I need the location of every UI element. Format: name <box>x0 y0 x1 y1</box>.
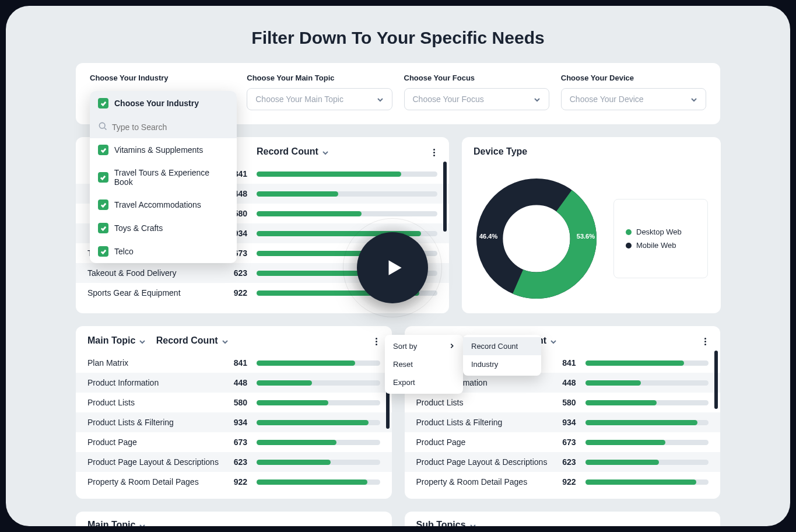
record-count-title[interactable]: Record Count <box>156 335 229 346</box>
filter-panel: Choose Your Industry Choose Your Industr… <box>76 63 720 124</box>
table-row: Product Lists & Filtering934 <box>405 412 721 432</box>
sort-menu[interactable]: Sort by Reset Export <box>385 335 463 394</box>
record-count-title[interactable]: Record Count <box>257 146 329 157</box>
menu-label: Record Count <box>471 342 518 351</box>
table-row: Product Lists580 <box>76 393 392 412</box>
scrollbar[interactable] <box>443 162 447 310</box>
row-label: Property & Room Detail Pages <box>87 477 227 487</box>
main-topic-card: Main Topic Record Count Plan Matrix841Pr… <box>76 326 392 499</box>
dropdown-option[interactable]: Telco <box>90 240 237 263</box>
scrollbar[interactable] <box>714 351 718 499</box>
focus-dropdown[interactable]: Choose Your Focus <box>404 88 549 110</box>
more-icon[interactable] <box>429 148 439 157</box>
search-icon <box>98 121 107 132</box>
checkbox-icon[interactable] <box>98 223 108 233</box>
stub-title[interactable]: Sub Topics <box>416 520 709 526</box>
checkbox-icon[interactable] <box>98 145 108 155</box>
title-text: Main Topic <box>87 520 135 526</box>
option-label: Travel Accommodations <box>114 200 201 209</box>
row-bar <box>585 440 709 445</box>
row-bar <box>257 380 380 386</box>
main-topic-title[interactable]: Main Topic <box>87 335 146 346</box>
device-body: 46.4% 53.6% Desktop Web Mobile Web <box>462 162 721 313</box>
chevron-right-icon <box>449 342 455 351</box>
row-value: 673 <box>227 438 257 447</box>
chevron-down-icon <box>377 96 384 103</box>
stub-title[interactable]: Main Topic <box>87 520 380 526</box>
reset-item[interactable]: Reset <box>385 355 463 373</box>
legend-dot-icon <box>626 229 632 235</box>
search-input[interactable] <box>112 123 229 132</box>
play-button[interactable] <box>355 230 430 306</box>
dropdown-option[interactable]: Travel Accommodations <box>90 193 237 216</box>
row-label: Product Lists & Filtering <box>416 418 556 427</box>
chevron-down-icon <box>139 522 146 526</box>
device-type-card: Device Type 46.4% 53.6% Desktop Web <box>462 137 721 313</box>
device-dropdown[interactable]: Choose Your Device <box>561 88 706 110</box>
row-value: 623 <box>556 457 585 467</box>
menu-label: Sort by <box>393 342 417 351</box>
title-text: Main Topic <box>87 335 135 346</box>
dropdown-header[interactable]: Choose Your Industry <box>90 91 237 116</box>
row-label: Product Page <box>87 438 227 447</box>
option-label: Vitamins & Supplements <box>114 145 203 155</box>
table-row: Product Page673 <box>76 432 392 452</box>
row-bar <box>257 211 437 216</box>
chevron-down-icon <box>690 96 697 103</box>
row-value: 673 <box>556 438 585 447</box>
title-text: Record Count <box>156 335 218 346</box>
row-bar <box>257 172 437 177</box>
sort-submenu[interactable]: Record Count Industry <box>463 335 541 376</box>
option-label: Telco <box>114 247 134 256</box>
filter-industry-col: Choose Your Industry Choose Your Industr… <box>90 74 235 110</box>
checkbox-icon[interactable] <box>98 172 108 183</box>
row-value: 580 <box>556 398 585 407</box>
row-bar <box>585 480 709 485</box>
row-value: 448 <box>556 378 585 387</box>
bottom-main-topic-card: Main Topic <box>76 512 392 526</box>
export-item[interactable]: Export <box>385 373 463 391</box>
row-bar <box>585 380 709 386</box>
sort-record-count[interactable]: Record Count <box>463 337 541 355</box>
donut-label-left: 46.4% <box>479 233 497 240</box>
row-bar <box>585 400 709 405</box>
dropdown-search[interactable] <box>90 116 237 138</box>
table-row: Product Page Layout & Descriptions623 <box>405 452 721 472</box>
chevron-down-icon <box>322 148 329 155</box>
row-label: Product Page Layout & Descriptions <box>87 457 227 467</box>
legend-label: Mobile Web <box>636 241 676 250</box>
row-bar <box>257 460 380 465</box>
row-value: 934 <box>556 418 585 427</box>
chevron-down-icon <box>139 337 146 344</box>
title-text: Record Count <box>257 146 318 157</box>
title-bold: Your Specific Needs <box>377 28 545 47</box>
sort-industry[interactable]: Industry <box>463 355 541 373</box>
option-label: Travel Tours & Experience Book <box>114 168 229 187</box>
row-bar <box>585 360 709 366</box>
dropdown-placeholder: Choose Your Main Topic <box>255 94 343 104</box>
dropdown-option[interactable]: Travel Tours & Experience Book <box>90 162 237 193</box>
bottom-subtopics-card: Sub Topics <box>405 512 721 526</box>
bottom-stubs: Main Topic Sub Topics <box>76 512 720 526</box>
more-icon[interactable] <box>700 337 710 346</box>
donut-label-right: 53.6% <box>577 233 595 240</box>
maintopic-dropdown[interactable]: Choose Your Main Topic <box>247 88 392 110</box>
title-prefix: Filter Down To <box>251 28 376 47</box>
industry-dropdown[interactable]: Choose Your Industry Vitamins & Suppleme… <box>90 91 237 263</box>
dropdown-placeholder: Choose Your Focus <box>413 94 484 104</box>
checkbox-icon[interactable] <box>98 200 108 210</box>
checkbox-icon[interactable] <box>98 246 108 257</box>
legend-item: Mobile Web <box>626 239 696 252</box>
device-title: Device Type <box>474 146 527 157</box>
svg-point-2 <box>490 192 584 286</box>
legend-label: Desktop Web <box>636 228 682 236</box>
more-icon[interactable] <box>372 337 381 346</box>
row-value: 934 <box>227 418 257 427</box>
row-label: Property & Room Detail Pages <box>416 477 556 487</box>
sort-by-item[interactable]: Sort by <box>385 337 463 355</box>
row-bar <box>257 480 380 485</box>
dropdown-option[interactable]: Vitamins & Supplements <box>90 138 237 162</box>
filter-focus-col: Choose Your Focus Choose Your Focus <box>404 74 549 110</box>
row-label: Plan Matrix <box>87 358 227 368</box>
dropdown-option[interactable]: Toys & Crafts <box>90 216 237 240</box>
